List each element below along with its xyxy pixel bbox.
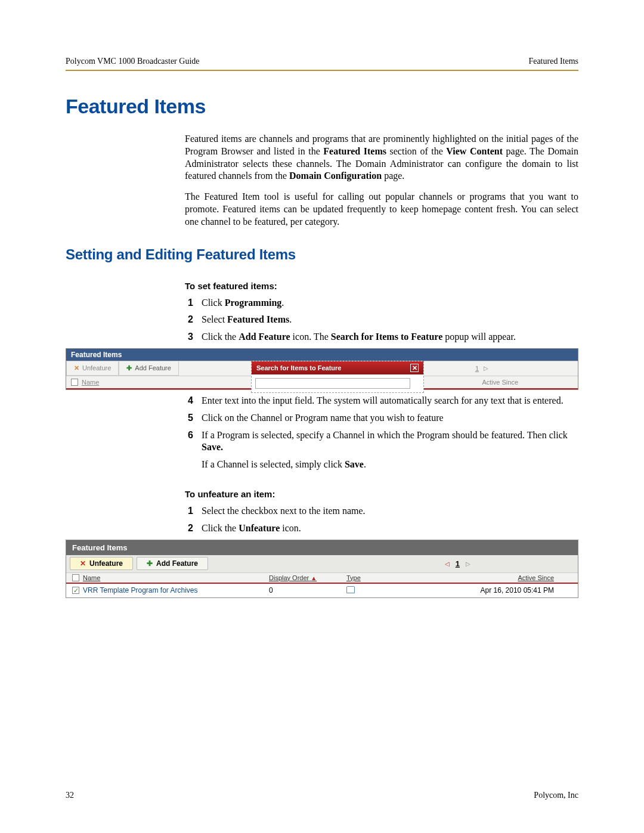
panel2-title: Featured Items [66, 540, 578, 555]
pager-page[interactable]: 1 [475, 365, 479, 372]
row-order: 0 [269, 586, 346, 594]
page-header: Polycom VMC 1000 Broadcaster Guide Featu… [66, 57, 578, 71]
pager-next-icon[interactable]: ▷ [466, 561, 470, 567]
col-display-order[interactable]: Display Order [269, 574, 309, 581]
popup-titlebar: Search for Items to Feature ✕ [252, 361, 423, 374]
step-3: 3 Click the Add Feature icon. The Search… [185, 331, 578, 343]
column-headers: Name Display Order ▲ Type Active Since [66, 573, 578, 584]
row-name: VRR Template Program for Archives [83, 586, 198, 594]
ustep-1: 1 Select the checkbox next to the item n… [185, 505, 578, 518]
select-all-checkbox[interactable] [71, 379, 78, 386]
select-all-checkbox[interactable] [72, 574, 79, 581]
pager-next-icon[interactable]: ▷ [484, 365, 488, 371]
plus-icon: ✚ [147, 559, 153, 568]
steps-set: 1 Click Programming. 2 Select Featured I… [185, 297, 578, 343]
page-number: 32 [66, 791, 74, 800]
unfeature-button[interactable]: ✕Unfeature [70, 557, 133, 570]
ustep-2: 2 Click the Unfeature icon. [185, 522, 578, 535]
pager-prev-icon[interactable]: ◁ [445, 561, 450, 567]
col-name[interactable]: Name [83, 574, 100, 581]
row-type [346, 586, 424, 595]
pager: 1 ▷ [475, 365, 488, 372]
x-icon: ✕ [74, 364, 79, 372]
intro-block: Featured items are channels and programs… [185, 133, 578, 228]
popup-close-button[interactable]: ✕ [410, 364, 419, 372]
popup-title: Search for Items to Feature [256, 364, 341, 371]
screenshot-featured-popup: Featured Items ✕Unfeature ✚Add Feature 1… [66, 348, 578, 390]
unfeature-button[interactable]: ✕Unfeature [66, 361, 119, 376]
panel-title: Featured Items [66, 349, 578, 361]
intro-p2: The Featured Item tool is useful for cal… [185, 191, 578, 228]
intro-p1: Featured items are channels and programs… [185, 133, 578, 182]
step-2: 2 Select Featured Items. [185, 314, 578, 326]
page-title: Featured Items [66, 95, 578, 118]
section-heading: Setting and Editing Featured Items [66, 246, 578, 263]
steps-unfeature: 1 Select the checkbox next to the item n… [185, 505, 578, 535]
subhead-set: To set featured items: [185, 281, 578, 291]
add-feature-button[interactable]: ✚Add Feature [119, 361, 179, 376]
header-left: Polycom VMC 1000 Broadcaster Guide [66, 57, 200, 66]
popup-search-input[interactable] [255, 378, 410, 389]
sort-asc-icon: ▲ [311, 575, 317, 581]
screenshot-featured-list: Featured Items ✕Unfeature ✚Add Feature ◁… [66, 540, 578, 598]
pager-page[interactable]: 1 [456, 559, 460, 568]
step-6: 6 If a Program is selected, specify a Ch… [185, 429, 578, 471]
step-1: 1 Click Programming. [185, 297, 578, 309]
add-feature-button[interactable]: ✚Add Feature [137, 557, 208, 570]
x-icon: ✕ [80, 559, 86, 568]
step-4: 4 Enter text into the input field. The s… [185, 395, 578, 407]
subhead-unfeature: To unfeature an item: [185, 489, 578, 499]
step-5: 5 Click on the Channel or Program name t… [185, 412, 578, 425]
col-type[interactable]: Type [346, 574, 424, 581]
plus-icon: ✚ [126, 364, 132, 372]
col-name[interactable]: Name [82, 379, 99, 386]
row-active-since: Apr 16, 2010 05:41 PM [424, 586, 572, 594]
page-footer: 32 Polycom, Inc [66, 791, 578, 800]
panel2-toolbar: ✕Unfeature ✚Add Feature ◁ 1 ▷ [66, 555, 578, 573]
program-icon [346, 586, 355, 593]
steps-set-cont: 4 Enter text into the input field. The s… [185, 395, 578, 471]
row-checkbox[interactable] [72, 587, 79, 594]
col-active-since[interactable]: Active Since [424, 574, 572, 581]
header-right: Featured Items [528, 57, 578, 66]
col-active-since[interactable]: Active Since [482, 379, 518, 386]
company-name: Polycom, Inc [534, 791, 578, 800]
pager: ◁ 1 ▷ [445, 559, 470, 568]
search-popup: Search for Items to Feature ✕ [251, 361, 424, 393]
table-row[interactable]: VRR Template Program for Archives 0 Apr … [66, 584, 578, 597]
